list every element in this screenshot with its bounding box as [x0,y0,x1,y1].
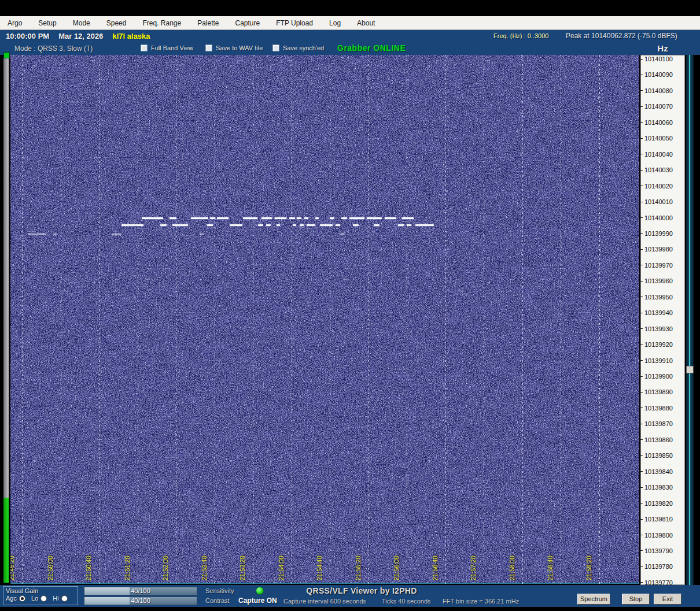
capture-led-icon [256,587,264,595]
slider-label-sensitivity: Sensitivity [205,587,234,594]
freq-tick-mark [639,360,643,361]
slider-label-contrast: Contrast [205,597,230,604]
menu-item-palette[interactable]: Palette [189,16,227,30]
freq-value-label: 10140030 [644,166,673,173]
time-gridline [22,55,23,584]
menu-item-capture[interactable]: Capture [227,16,268,30]
checkbox-group: Save to WAV file [205,45,263,51]
freq-tick-mark [639,154,643,154]
time-tick-label: 21:55:20 [355,556,362,580]
freq-scale-row: 10140040 [641,151,673,158]
stop-button[interactable]: Stop [622,594,650,605]
slider-value: 40/100 [84,587,197,595]
freq-tick-mark [639,265,643,265]
freq-scale-row: 10139880 [641,405,673,412]
radio-hi[interactable] [61,595,68,602]
freq-unit-label: Hz [640,43,685,53]
freq-value-label: 10140040 [644,151,673,158]
freq-scale-row: 10140020 [641,183,673,190]
qrss-signal-segment [121,224,143,226]
time-tick-label: 21:50:00 [47,556,54,580]
qrss-signal-segment [172,224,188,226]
checkbox-save-synch-ed[interactable] [272,45,279,51]
spectrum-button[interactable]: Spectrum [577,594,610,605]
time-gridline [138,55,138,584]
freq-scale-row: 10140090 [641,71,673,78]
freq-scale-row: 10139930 [641,325,673,332]
fft-bin-label: FFT bin size = 366.21 mHz [443,598,519,605]
qrss-signal-segment [398,224,404,226]
frequency-scale: 1014010010140090101400801014007010140060… [640,55,685,585]
checkbox-save-to-wav-file[interactable] [205,45,212,51]
menu-item-about[interactable]: About [349,16,383,30]
slider-sensitivity[interactable]: 40/100 [84,587,197,595]
freq-value-label: 10139950 [644,294,673,301]
freq-tick-mark [639,249,643,250]
scrollbar-thumb[interactable] [686,366,694,373]
qrss-signal-segment [367,217,382,219]
qrss-signal-segment [266,224,271,226]
radio-label-agc: Agc [6,595,17,602]
freq-value-label: 10139970 [644,262,673,269]
checkbox-full-band-view[interactable] [141,45,148,51]
radio-lo[interactable] [40,595,47,602]
vertical-scrollbar[interactable] [686,55,694,585]
menu-item-freq-range[interactable]: Freq. Range [134,16,189,30]
exit-button[interactable]: Exit [654,594,681,605]
freq-tick-mark [639,456,643,456]
radio-agc[interactable] [19,595,25,602]
freq-tick-mark [639,328,643,329]
menu-item-log[interactable]: Log [321,16,349,30]
freq-tick-mark [639,138,643,139]
freq-range-label: Freq. (Hz) : 0..3000 [493,32,548,39]
freq-value-label: 10140050 [644,135,673,142]
capture-interval-label: Capture interval 600 seconds [283,598,366,605]
slider-contrast[interactable]: 40/100 [84,597,197,605]
freq-tick-mark [639,503,643,503]
qrss-signal-segment [307,224,315,226]
time-gridline [61,55,61,584]
freq-value-label: 10140100 [644,55,673,62]
freq-scale-row: 10139900 [641,373,673,380]
freq-tick-mark [639,281,643,282]
freq-tick-mark [639,487,643,488]
time-tick-label: 21:59:20 [585,556,592,580]
qrss-signal-segment [407,224,411,226]
freq-scale-row: 10140000 [641,214,673,221]
visual-gain-group: Visual Gain AgcLoHi [3,586,78,605]
qrss-signal-segment [320,224,333,226]
freq-value-label: 10139920 [644,341,673,348]
freq-scale-row: 10140070 [641,103,673,110]
app-title: QRSS/VLF Viewer by I2PHD [282,586,441,595]
time-gridline [215,55,215,584]
qrss-signal-segment [315,217,319,219]
qrss-signal-segment [353,224,359,226]
freq-tick-mark [639,217,643,218]
freq-scale-row: 10139780 [641,563,673,570]
freq-scale-row: 10139960 [641,277,673,284]
freq-tick-mark [639,186,643,186]
freq-scale-row: 10140030 [641,166,673,173]
qrss-signal-segment [402,217,414,219]
time-tick-label: 21:54:00 [278,556,285,580]
freq-scale-row: 10139850 [641,452,673,459]
qrss-signal-segment [28,234,46,235]
menu-item-speed[interactable]: Speed [98,16,135,30]
freq-scale-row: 10139820 [641,500,673,507]
menu-item-mode[interactable]: Mode [65,16,98,30]
checkbox-group: Full Band View [141,45,193,51]
menu-item-argo[interactable]: Argo [0,16,30,30]
freq-scale-row: 10140050 [641,135,673,142]
qrss-signal-segment [374,224,380,226]
freq-value-label: 10140090 [644,71,673,78]
time-tick-label: 21:56:00 [393,556,400,580]
menu-item-ftp-upload[interactable]: FTP Upload [268,16,321,30]
freq-value-label: 10139830 [644,484,673,491]
menu-item-setup[interactable]: Setup [30,16,64,30]
freq-tick-mark [639,582,643,583]
freq-scale-row: 10140080 [641,87,673,94]
peak-readout: Peak at 10140062.872 (-75.0 dBFS) [566,32,677,40]
freq-value-label: 10139880 [644,405,673,412]
time-gridline [369,55,369,584]
freq-tick-mark [639,535,643,535]
